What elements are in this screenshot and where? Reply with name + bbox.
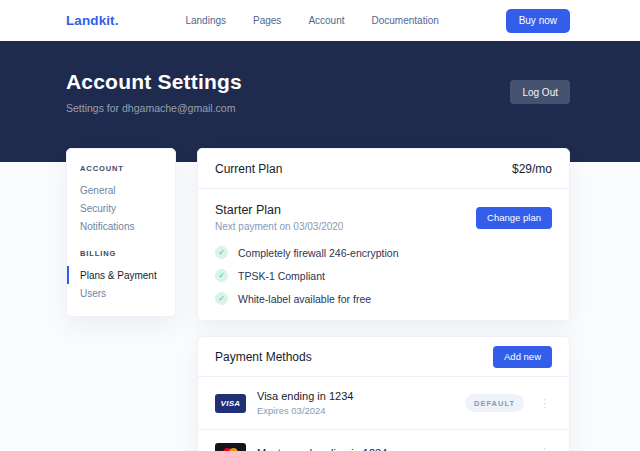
- nav-item-account[interactable]: Account: [308, 15, 344, 26]
- payment-card-row-mastercard: Mastercard ending in 1234 ⋮: [198, 429, 569, 451]
- card-title: Visa ending in 1234: [257, 390, 353, 402]
- card-expiry: Expires 03/2024: [257, 405, 353, 416]
- logo[interactable]: Landkit.: [66, 13, 119, 28]
- mastercard-logo-icon: [215, 443, 246, 451]
- buy-now-button[interactable]: Buy now: [506, 9, 570, 33]
- plan-name: Starter Plan: [215, 203, 343, 217]
- sidebar-heading-account: Account: [67, 164, 175, 173]
- nav-item-pages[interactable]: Pages: [253, 15, 281, 26]
- nav-item-documentation[interactable]: Documentation: [372, 15, 439, 26]
- settings-sidebar: Account General Security Notifications B…: [66, 148, 176, 317]
- card-info: Mastercard ending in 1234: [257, 447, 387, 451]
- feature-label: White-label available for free: [238, 293, 371, 305]
- page-title: Account Settings: [66, 70, 242, 94]
- current-plan-card: Current Plan $29/mo Starter Plan Next pa…: [197, 148, 570, 321]
- sidebar-heading-billing: Billing: [67, 249, 175, 258]
- top-navbar: Landkit. Landings Pages Account Document…: [0, 0, 640, 41]
- card-title: Mastercard ending in 1234: [257, 447, 387, 451]
- add-new-button[interactable]: Add new: [493, 346, 552, 368]
- visa-logo-icon: VISA: [215, 394, 246, 413]
- sidebar-list-billing: Plans & Payment Users: [67, 266, 175, 302]
- current-plan-body: Starter Plan Next payment on 03/03/2020 …: [198, 189, 569, 320]
- hero-header: Account Settings Settings for dhgamache@…: [0, 41, 640, 162]
- check-icon: ✓: [215, 246, 228, 259]
- nav-item-landings[interactable]: Landings: [185, 15, 226, 26]
- feature-row: ✓ White-label available for free: [215, 292, 552, 305]
- main-nav: Landings Pages Account Documentation: [119, 15, 506, 26]
- hero-text: Account Settings Settings for dhgamache@…: [66, 70, 242, 114]
- feature-label: Completely firewall 246-encryption: [238, 247, 399, 259]
- payment-methods-card: Payment Methods Add new VISA Visa ending…: [197, 336, 570, 451]
- plan-summary: Starter Plan Next payment on 03/03/2020: [215, 203, 343, 232]
- payment-methods-header: Payment Methods Add new: [198, 337, 569, 377]
- page-subtitle: Settings for dhgamache@gmail.com: [66, 102, 242, 114]
- feature-label: TPSK-1 Compliant: [238, 270, 325, 282]
- feature-row: ✓ TPSK-1 Compliant: [215, 269, 552, 282]
- payment-card-row-visa: VISA Visa ending in 1234 Expires 03/2024…: [198, 377, 569, 429]
- sidebar-item-users[interactable]: Users: [67, 284, 175, 302]
- main-column: Current Plan $29/mo Starter Plan Next pa…: [197, 148, 570, 451]
- sidebar-item-plans-payment[interactable]: Plans & Payment: [67, 266, 175, 284]
- plan-features: ✓ Completely firewall 246-encryption ✓ T…: [215, 246, 552, 305]
- sidebar-item-notifications[interactable]: Notifications: [67, 217, 175, 235]
- sidebar-list-account: General Security Notifications: [67, 181, 175, 235]
- current-plan-header: Current Plan $29/mo: [198, 149, 569, 189]
- feature-row: ✓ Completely firewall 246-encryption: [215, 246, 552, 259]
- plan-price: $29/mo: [512, 162, 552, 176]
- card-info: Visa ending in 1234 Expires 03/2024: [257, 390, 353, 416]
- sidebar-item-general[interactable]: General: [67, 181, 175, 199]
- sidebar-item-security[interactable]: Security: [67, 199, 175, 217]
- check-icon: ✓: [215, 292, 228, 305]
- content-area: Account General Security Notifications B…: [0, 148, 640, 451]
- change-plan-button[interactable]: Change plan: [476, 207, 552, 229]
- payment-methods-title: Payment Methods: [215, 350, 312, 364]
- current-plan-title: Current Plan: [215, 162, 282, 176]
- card-menu-icon[interactable]: ⋮: [537, 447, 552, 451]
- default-badge: DEFAULT: [465, 394, 524, 412]
- next-payment-date: Next payment on 03/03/2020: [215, 221, 343, 232]
- logout-button[interactable]: Log Out: [510, 80, 570, 104]
- card-menu-icon[interactable]: ⋮: [537, 398, 552, 409]
- page: Landkit. Landings Pages Account Document…: [0, 0, 640, 451]
- check-icon: ✓: [215, 269, 228, 282]
